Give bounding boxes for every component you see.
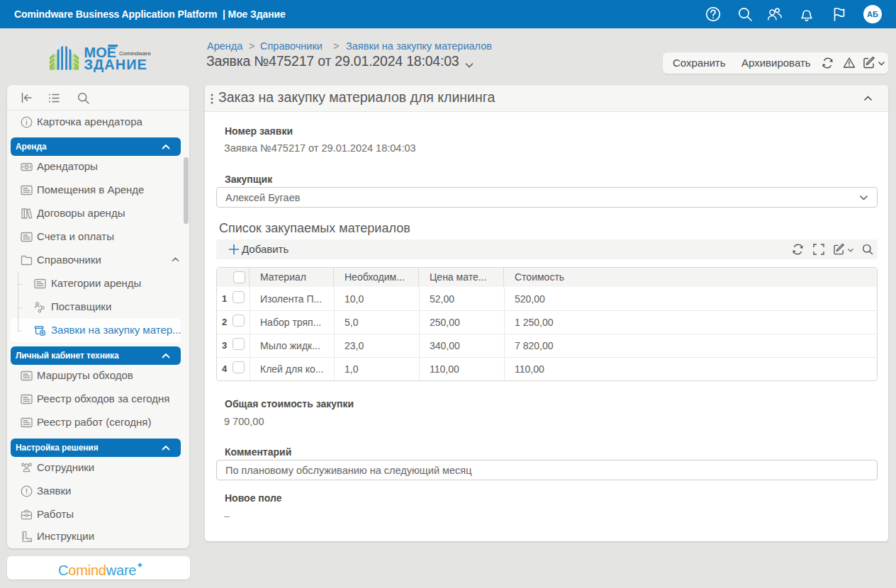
- svg-text:ЗДАНИЕ: ЗДАНИЕ: [84, 57, 147, 72]
- svg-text:Comindware: Comindware: [119, 50, 151, 57]
